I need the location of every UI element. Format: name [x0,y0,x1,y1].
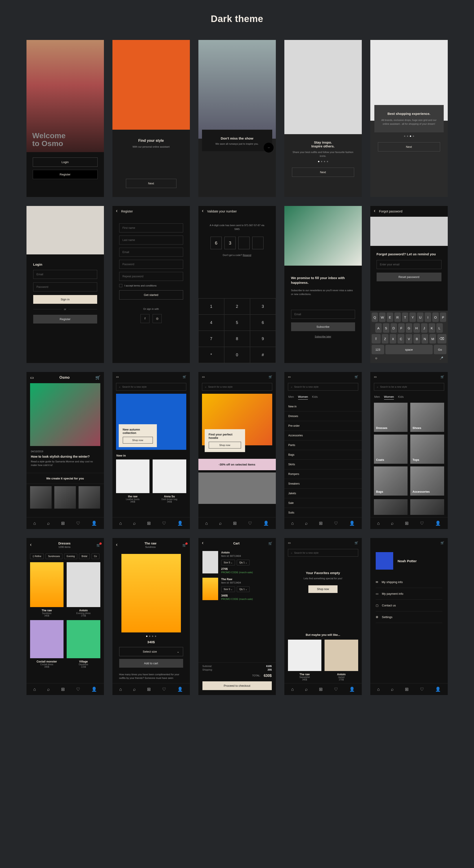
keypad-key[interactable]: 4 [198,314,224,331]
category-row[interactable]: New in [284,402,362,411]
profile-icon[interactable]: 👤 [349,521,355,526]
category-tile[interactable]: Tops [410,435,444,464]
search-icon[interactable]: ⌕ [47,521,50,526]
keyboard-key[interactable]: W [379,312,386,322]
next-button[interactable]: Next [126,179,176,188]
back-button[interactable] [202,541,204,545]
email-field[interactable]: Email [119,248,183,257]
category-row[interactable]: Sneakers [284,479,362,489]
size-select[interactable]: Size S ⌄ [221,560,235,565]
category-row[interactable]: Pants [284,440,362,450]
space-key[interactable]: space [385,345,433,354]
search-input[interactable]: ⌕ Search for a new style [288,383,358,391]
add-icon[interactable]: ⊞ [319,521,323,526]
heart-icon[interactable]: ♡ [76,686,80,692]
avatar[interactable] [376,552,393,569]
profile-icon[interactable]: 👤 [435,686,441,692]
heart-icon[interactable]: ♡ [248,521,252,526]
key-123[interactable]: 123 [372,345,384,354]
keyboard-key[interactable]: A [375,323,382,333]
back-button[interactable] [30,544,33,547]
back-button[interactable] [116,544,119,547]
category-tile[interactable]: Shoes [410,403,444,432]
keyboard-key[interactable]: Q [372,312,378,322]
accept-terms-checkbox[interactable]: I accept terms and conditions [119,284,183,287]
size-select[interactable]: Select size⌄ [119,647,183,656]
login-button[interactable]: Login [33,157,98,167]
category-row[interactable]: Accessories [284,431,362,440]
code-digit-3[interactable] [238,237,249,249]
menu-payment[interactable]: ▭My payment info [376,588,442,600]
home-icon[interactable]: ⌂ [33,687,36,692]
heart-icon[interactable]: ♡ [334,521,338,526]
category-tile[interactable]: Dresses [374,403,408,432]
signin-button[interactable]: Sign in [33,295,97,304]
product-card[interactable]: The rawSweatshirt340$ [288,640,322,681]
cart-icon[interactable]: 🛒 [95,375,100,380]
keypad-key[interactable]: 8 [224,331,250,347]
subscribe-button[interactable]: Subscribe [291,322,355,331]
profile-icon[interactable]: 👤 [177,686,183,692]
keyboard-key[interactable]: U [417,312,423,322]
search-icon[interactable]: ⌕ [305,687,308,692]
keypad-key[interactable]: 2 [224,299,250,314]
add-icon[interactable]: ⊞ [147,686,151,692]
home-icon[interactable]: ⌂ [377,521,380,526]
firstname-field[interactable]: First name [119,223,183,232]
search-input[interactable]: ⌕ Search for a new style [202,383,272,391]
keypad-key[interactable]: 1 [198,299,224,314]
search-icon[interactable]: ⌕ [133,521,136,526]
product-card[interactable]: AntoinJacket270$ [325,640,358,681]
home-icon[interactable]: ⌂ [205,521,208,526]
facebook-button[interactable]: f [141,314,149,323]
product-card[interactable]: AntoinEvening dress270$ [67,562,100,617]
tab-men[interactable]: Men [288,395,294,400]
keyboard-key[interactable]: L [436,323,443,333]
heart-icon[interactable]: ♡ [76,521,80,526]
back-button[interactable] [374,210,376,213]
email-field[interactable]: Enter your email [377,260,441,269]
lastname-field[interactable]: Last name [119,236,183,245]
keypad-key[interactable]: 6 [250,314,276,331]
home-icon[interactable]: ⌂ [33,521,36,526]
email-field[interactable]: Email [291,310,355,319]
menu-contact[interactable]: ▢Contact us [376,600,442,611]
get-started-button[interactable]: Get started [119,290,183,300]
category-row[interactable]: Rompers [284,469,362,479]
heart-icon[interactable]: ♡ [162,686,166,692]
chat-icon[interactable]: ▭ [374,375,377,378]
mic-icon[interactable]: 🎤 [440,356,443,360]
search-icon[interactable]: ⌕ [133,687,136,692]
search-input[interactable]: ⌕ Search to be a new style [374,383,444,391]
keyboard-key[interactable]: M [429,334,436,343]
chat-icon[interactable]: ▭ [288,375,291,378]
password-field[interactable]: Password [119,260,183,269]
search-icon[interactable]: ⌕ [391,687,394,692]
register-button[interactable]: Register [33,315,97,323]
category-row[interactable]: Dresses [284,411,362,421]
profile-icon[interactable]: 👤 [91,521,97,526]
register-button[interactable]: Register [33,170,98,179]
deal-banner[interactable]: -30% off on selected items [218,463,255,466]
keypad-key[interactable]: 0 [224,347,250,363]
heart-icon[interactable]: ♡ [420,521,424,526]
keyboard-key[interactable]: B [413,334,420,343]
category-tile[interactable]: Coats [374,435,408,464]
product-card[interactable]: VillageDaydress115$ [67,620,100,668]
category-row[interactable]: Suits [284,508,362,517]
category-row[interactable]: Sale [284,498,362,508]
profile-icon[interactable]: 👤 [349,686,355,692]
search-input[interactable]: ⌕ Search for a new style [288,549,358,557]
keyboard-key[interactable]: E [387,312,393,322]
keyboard-key[interactable]: F [398,323,405,333]
keypad-key[interactable]: * [198,347,224,363]
back-button[interactable] [202,210,204,213]
cart-icon[interactable]: 🛒 [96,544,100,547]
password-field[interactable]: Password [33,282,97,291]
filter-chip[interactable]: Co [92,554,99,559]
repeat-password-field[interactable]: Repeat password [119,272,183,281]
next-button[interactable]: Next [292,167,354,177]
home-icon[interactable]: ⌂ [119,687,122,692]
product-image[interactable] [121,554,181,632]
search-icon[interactable]: ⌕ [219,521,222,526]
